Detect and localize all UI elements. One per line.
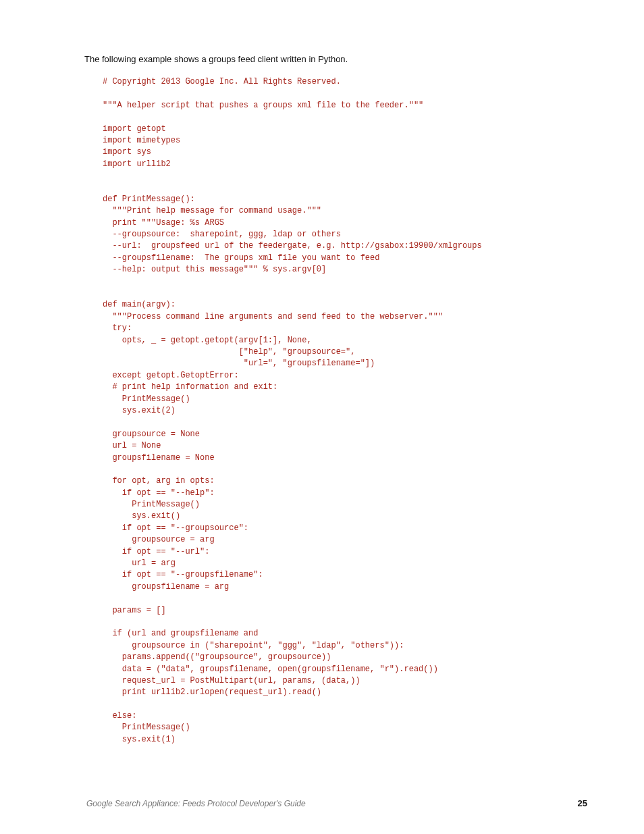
page: The following example shows a groups fee… bbox=[0, 0, 644, 834]
page-footer: Google Search Appliance: Feeds Protocol … bbox=[86, 798, 587, 808]
intro-text: The following example shows a groups fee… bbox=[84, 54, 587, 64]
code-block: # Copyright 2013 Google Inc. All Rights … bbox=[103, 76, 587, 746]
footer-title: Google Search Appliance: Feeds Protocol … bbox=[86, 799, 306, 808]
footer-page-number: 25 bbox=[578, 798, 587, 808]
